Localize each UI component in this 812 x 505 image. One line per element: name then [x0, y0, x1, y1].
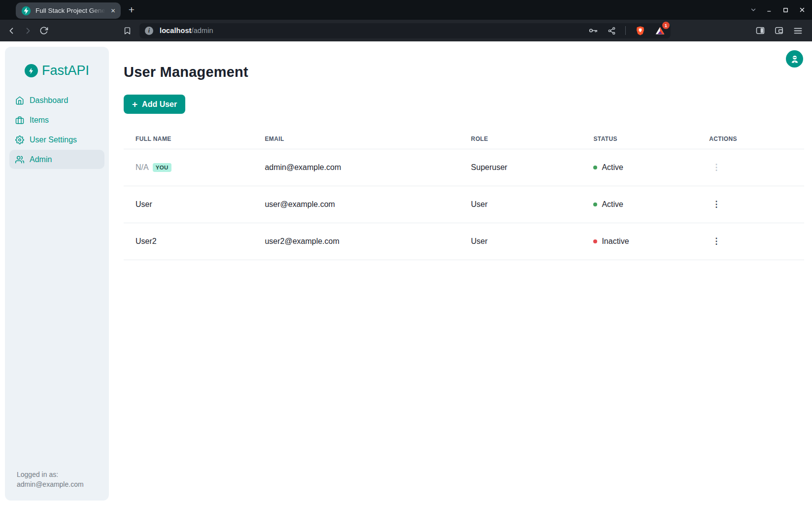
url-text: localhost/admin	[160, 27, 213, 34]
cell-actions: ⋮	[697, 200, 804, 209]
back-button-icon[interactable]	[4, 24, 18, 37]
tab-search-chevron-icon[interactable]	[745, 0, 761, 20]
sidebar-item-label: Admin	[30, 155, 52, 164]
table-header-row: FULL NAME EMAIL ROLE STATUS ACTIONS	[124, 129, 804, 149]
cell-status: Active	[581, 200, 697, 209]
share-icon[interactable]	[608, 27, 616, 35]
sidebar: FastAPI Dashboard Items User Settings	[5, 47, 109, 501]
briefcase-icon	[15, 116, 24, 125]
cell-status: Inactive	[581, 237, 697, 246]
tab-title: Full Stack Project Genera	[35, 7, 107, 14]
window-controls	[745, 0, 810, 20]
cell-full-name: User2	[124, 237, 253, 246]
row-actions-kebab-icon[interactable]: ⋮	[709, 236, 723, 247]
cell-role: User	[459, 237, 582, 246]
new-tab-button[interactable]: +	[125, 3, 138, 16]
add-user-label: Add User	[142, 100, 177, 109]
url-path: /admin	[192, 27, 213, 34]
table-row: User2 user2@example.com User Inactive ⋮	[124, 223, 804, 260]
column-header-actions: ACTIONS	[697, 135, 804, 142]
browser-tab-strip: Full Stack Project Genera ✕ +	[0, 0, 812, 20]
column-header-role: ROLE	[459, 135, 582, 142]
status-dot-active	[593, 166, 597, 169]
sidebar-item-label: Dashboard	[30, 96, 68, 105]
forward-button-icon[interactable]	[21, 24, 34, 37]
fastapi-logo: FastAPI	[5, 63, 109, 78]
logged-in-email: admin@example.com	[17, 479, 84, 490]
users-table: FULL NAME EMAIL ROLE STATUS ACTIONS N/AY…	[124, 129, 804, 260]
address-bar[interactable]: i localhost/admin 1	[139, 23, 671, 38]
brave-shield-icon[interactable]	[635, 26, 645, 36]
add-user-button[interactable]: + Add User	[124, 95, 185, 114]
cell-actions: ⋮	[697, 237, 804, 246]
column-header-email: EMAIL	[253, 135, 459, 142]
cell-role: Superuser	[459, 163, 582, 172]
url-host: localhost	[160, 27, 192, 34]
fastapi-bolt-icon	[25, 64, 38, 77]
users-icon	[15, 155, 24, 164]
home-icon	[15, 96, 24, 105]
plus-icon: +	[132, 100, 137, 109]
tab-close-icon[interactable]: ✕	[108, 6, 118, 15]
user-astronaut-icon	[790, 54, 800, 64]
status-dot-inactive	[593, 239, 597, 243]
sidebar-item-dashboard[interactable]: Dashboard	[9, 91, 104, 110]
cell-role: User	[459, 200, 582, 209]
address-bar-actions: 1	[579, 26, 665, 36]
maximize-button[interactable]	[778, 0, 794, 20]
sidebar-item-items[interactable]: Items	[9, 110, 104, 130]
logged-in-label: Logged in as:	[17, 470, 84, 480]
menu-hamburger-icon[interactable]	[793, 26, 803, 36]
passwords-key-icon[interactable]	[588, 26, 598, 35]
status-value: Active	[602, 163, 623, 172]
browser-tab[interactable]: Full Stack Project Genera ✕	[16, 2, 121, 19]
logged-in-info: Logged in as: admin@example.com	[17, 470, 84, 490]
column-header-status: STATUS	[581, 135, 697, 142]
full-name-value: N/A	[135, 163, 149, 171]
minimize-button[interactable]	[761, 0, 778, 20]
gear-icon	[15, 135, 24, 144]
divider	[625, 26, 626, 35]
row-actions-kebab-icon[interactable]: ⋮	[709, 199, 723, 210]
toolbar-right	[755, 26, 808, 36]
page-title: User Management	[124, 64, 804, 80]
cell-full-name: User	[124, 200, 253, 209]
row-actions-kebab-icon[interactable]: ⋮	[709, 162, 723, 173]
table-row: User user@example.com User Active ⋮	[124, 186, 804, 223]
status-value: Inactive	[602, 237, 629, 246]
logo-text: FastAPI	[42, 63, 89, 78]
column-header-full-name: FULL NAME	[124, 135, 253, 142]
sidebar-toggle-icon[interactable]	[755, 26, 765, 35]
you-badge: YOU	[153, 163, 171, 172]
cell-status: Active	[581, 163, 697, 172]
user-menu-button[interactable]	[786, 50, 803, 67]
wallet-icon[interactable]	[774, 26, 784, 35]
sidebar-item-label: User Settings	[30, 135, 77, 144]
cell-actions: ⋮	[697, 163, 804, 172]
rewards-badge: 1	[662, 22, 670, 29]
app-page: FastAPI Dashboard Items User Settings	[0, 41, 812, 505]
sidebar-item-admin[interactable]: Admin	[9, 150, 104, 169]
reload-button-icon[interactable]	[37, 24, 51, 37]
bookmark-icon[interactable]	[120, 24, 134, 37]
cell-email: user@example.com	[253, 200, 459, 209]
site-info-icon[interactable]: i	[145, 27, 153, 35]
main-content: User Management + Add User FULL NAME EMA…	[124, 41, 804, 260]
cell-full-name: N/AYOU	[124, 163, 253, 172]
cell-email: admin@example.com	[253, 163, 459, 172]
brave-rewards-bat-icon[interactable]: 1	[655, 26, 665, 36]
sidebar-nav: Dashboard Items User Settings Admin	[5, 91, 109, 169]
cell-email: user2@example.com	[253, 237, 459, 246]
status-dot-active	[593, 202, 597, 206]
sidebar-item-user-settings[interactable]: User Settings	[9, 130, 104, 149]
close-window-button[interactable]	[794, 0, 810, 20]
browser-toolbar: i localhost/admin 1	[0, 20, 812, 41]
status-value: Active	[602, 200, 623, 209]
table-row: N/AYOU admin@example.com Superuser Activ…	[124, 149, 804, 186]
sidebar-item-label: Items	[30, 116, 49, 125]
fastapi-favicon-icon	[21, 6, 31, 16]
